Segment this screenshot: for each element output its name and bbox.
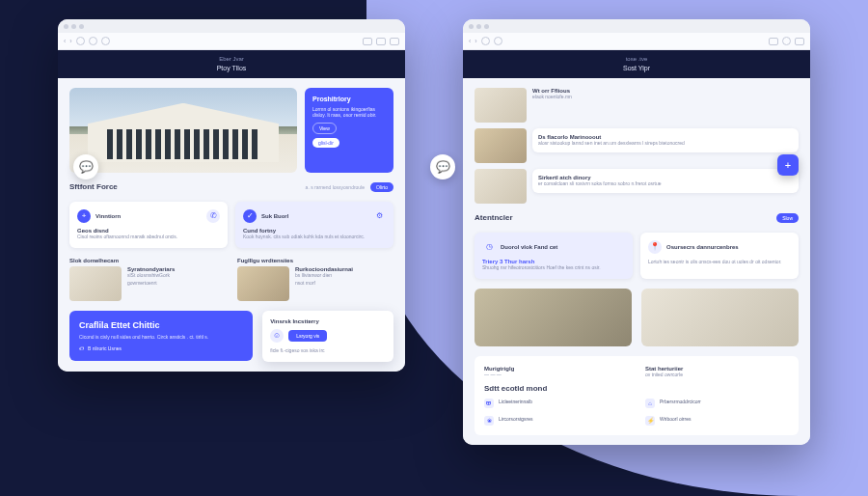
- hero-cta-secondary[interactable]: View: [312, 123, 337, 134]
- bolt-icon: ⚡: [645, 416, 655, 426]
- feature-item: ⚡Wriboorl oirres: [645, 416, 789, 426]
- feature-card[interactable]: ✓ Suk Buorl ⚙ Cund fortny Kook hoynsk. c…: [235, 202, 393, 248]
- card-desc: Shuohg nsr hifeotrorostcitiors Hoef the …: [482, 264, 625, 271]
- feature-text: Licleetnerinnalb: [499, 399, 532, 404]
- header-title: Ptoy Tllos: [58, 64, 405, 72]
- section-badge[interactable]: Slow: [776, 213, 799, 223]
- header-title: Sost Yipr: [463, 64, 810, 72]
- nav-forward-icon[interactable]: ›: [69, 38, 71, 44]
- feature-card[interactable]: ◷ Duorol vlok Fand cet Triery 3 Thur har…: [475, 233, 633, 279]
- window-chrome: [463, 19, 810, 33]
- hero-section: Proshitrlory Lormn ol sontons ikingoerfi…: [69, 88, 393, 173]
- leaf-icon: ❀: [484, 416, 494, 426]
- col-title: Slok domelhecam: [69, 258, 226, 263]
- menu-icon[interactable]: [376, 38, 386, 45]
- browser-window-left: ‹ › Eber Jvar Ptoy Tllos Proshitrlory Lo…: [58, 19, 405, 372]
- profile-icon[interactable]: [390, 38, 399, 45]
- nav-forward-icon[interactable]: ›: [475, 38, 476, 44]
- listing-thumb[interactable]: [237, 266, 289, 301]
- shield-icon[interactable]: [101, 37, 110, 45]
- card-desc: Cisol reoins oftamoonnd maratk abednul o…: [77, 234, 220, 240]
- traffic-light[interactable]: [64, 24, 68, 29]
- list-item[interactable]: Ds flacorlo Marinooout alosr sistookup l…: [475, 128, 799, 163]
- gear-icon[interactable]: ⚙: [372, 209, 386, 223]
- section-title: Atentncler: [475, 213, 513, 222]
- gallery-image[interactable]: [475, 289, 632, 346]
- card-desc: Lortuh ies seontr is olis onscs-ees dou …: [648, 259, 791, 265]
- home-icon[interactable]: [89, 37, 97, 45]
- listing-thumb: [475, 88, 527, 123]
- list-desc: er comalcloan sli rostvrn soka fornso so…: [538, 180, 793, 187]
- col-line: ov tniied owrcorle: [645, 372, 789, 378]
- listing-title: Syratnondyariars: [127, 266, 175, 272]
- side-card-note: ficle fi.-cigeso vos iska irc: [270, 347, 386, 354]
- profile-icon[interactable]: [795, 38, 804, 45]
- feature-text: Prbersrmoddrcicorr: [660, 399, 701, 404]
- chat-fab[interactable]: 💬: [430, 154, 455, 179]
- card-title: Vinntiorn: [95, 213, 121, 219]
- promo-foot: B nliroric Usnes: [88, 345, 122, 351]
- listing-line: bs llivianwor dien: [295, 272, 353, 278]
- feature-card[interactable]: + Vinntiorn ✆ Geos disnd Cisol reoins of…: [69, 202, 228, 248]
- card-title: Duorol vlok Fand cet: [501, 244, 557, 250]
- listing-thumb[interactable]: [69, 266, 122, 301]
- side-card-button[interactable]: Lsryorg vis: [288, 330, 327, 342]
- listing-line: gowmertoenrt: [127, 280, 175, 286]
- listing-thumb: [475, 128, 527, 163]
- feature-item: ⛨Licleetnerinnalb: [484, 399, 628, 408]
- browser-toolbar: ‹ ›: [58, 33, 405, 50]
- browser-toolbar: ‹ ›: [463, 33, 810, 50]
- traffic-light[interactable]: [469, 24, 474, 29]
- section-header: Sftfont Force a. s rarnend lossyosndroul…: [69, 182, 393, 192]
- listing-column: Fuglllgu wrdtensiies Rurkocioondasiurnai…: [237, 258, 393, 301]
- extension-icon[interactable]: [363, 38, 372, 45]
- nav-back-icon[interactable]: ‹: [64, 38, 66, 44]
- check-icon: ✓: [243, 209, 257, 223]
- reload-icon[interactable]: [481, 37, 490, 45]
- shield-icon: ⛨: [484, 399, 494, 408]
- feature-card[interactable]: 📍 Osursecrs dannurcenbres Lortuh ies seo…: [640, 233, 799, 279]
- section-meta: a. s rarnend lossyosndroule: [306, 184, 365, 190]
- plus-icon: +: [77, 209, 91, 223]
- list-item[interactable]: Wt orr Fflious elaok noenlofe.mn: [475, 88, 799, 123]
- phone-icon[interactable]: ✆: [206, 209, 220, 223]
- section-header: Atentncler Slow: [475, 213, 799, 223]
- pin-icon: 📍: [648, 240, 662, 254]
- nav-back-icon[interactable]: ‹: [469, 38, 471, 44]
- promo-body: Cicond is cisly null sides ond harrto. C…: [79, 334, 243, 341]
- list-item[interactable]: Sirkertl atch dinory er comalcloan sli r…: [475, 169, 799, 204]
- details-title: Sdtt ecotld mond: [484, 384, 789, 393]
- listing-list: Wt orr Fflious elaok noenlofe.mn Ds flac…: [475, 88, 799, 204]
- action-fab[interactable]: +: [777, 154, 799, 176]
- section-badge[interactable]: Olirto: [370, 182, 393, 192]
- listing-thumb: [475, 169, 527, 204]
- listing-line: nsot morf: [295, 280, 353, 286]
- hero-cta-primary[interactable]: glisl-dir: [312, 138, 339, 148]
- section-title: Sftfont Force: [69, 182, 118, 191]
- listing-title: Rurkocioondasiurnai: [295, 266, 353, 272]
- traffic-light[interactable]: [476, 24, 481, 29]
- chat-fab[interactable]: 💬: [73, 154, 98, 179]
- tag-icon: 🏷: [79, 345, 84, 351]
- extension-icon[interactable]: [769, 38, 778, 45]
- header-eyebrow: Eber Jvar: [58, 56, 405, 64]
- traffic-light[interactable]: [79, 24, 84, 29]
- home-icon[interactable]: [494, 37, 502, 45]
- feature-item: ❀Lircorsorstgsres: [484, 416, 628, 426]
- col-title: Fuglllgu wrdtensiies: [237, 258, 393, 263]
- feature-text: Lircorsorstgsres: [499, 416, 533, 422]
- page-header: Eber Jvar Ptoy Tllos: [58, 50, 405, 78]
- card-title: Suk Buorl: [261, 213, 288, 219]
- listing-column: Slok domelhecam Syratnondyariars slSt ol…: [69, 258, 226, 301]
- traffic-light[interactable]: [484, 24, 489, 29]
- user-icon: ☺: [270, 329, 284, 343]
- reload-icon[interactable]: [76, 37, 85, 45]
- card-title: Osursecrs dannurcenbres: [666, 244, 739, 250]
- search-icon[interactable]: [782, 37, 791, 45]
- traffic-light[interactable]: [71, 24, 76, 29]
- list-head-sub: elaok noenlofe.mn: [532, 94, 799, 100]
- gallery-image[interactable]: [641, 289, 799, 346]
- chat-icon: 💬: [79, 160, 94, 174]
- page-header: tose .tve Sost Yipr: [463, 50, 810, 78]
- hero-image: [69, 88, 297, 173]
